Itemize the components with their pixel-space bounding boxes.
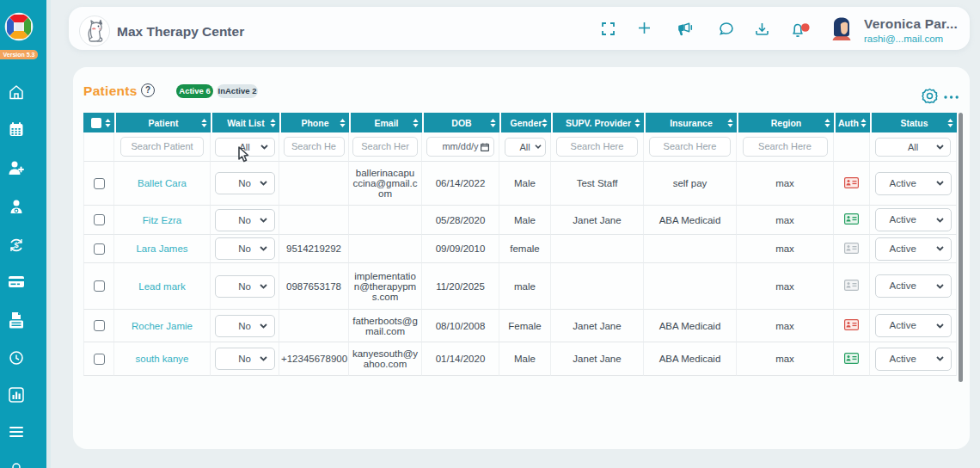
svg-text:$: $: [14, 241, 18, 249]
